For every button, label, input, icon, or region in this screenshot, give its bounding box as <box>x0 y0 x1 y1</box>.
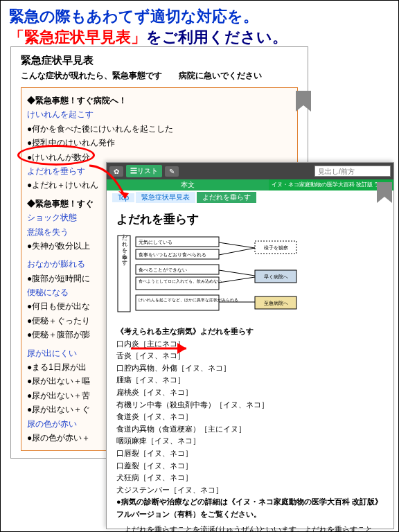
svg-line-9 <box>219 242 255 248</box>
svg-text:元気にしている: 元気にしている <box>139 240 172 245</box>
svg-text:至急病院へ: 至急病院へ <box>264 301 288 305</box>
svg-text:よだれを垂らす: よだれを垂らす <box>121 234 127 266</box>
disease-item: 食道内異物（食道梗塞）［主にイヌ］ <box>116 423 384 436</box>
bg-subtitle: こんな症状が現れたら、緊急事態です 病院に急いでください <box>21 70 298 82</box>
flowchart: よだれを垂らす 元気にしている 食事をいつもどおり食べられる 様子を観察 食べる… <box>107 231 393 326</box>
svg-text:食事をいつもどおり食べられる: 食事をいつもどおり食べられる <box>139 252 206 258</box>
svg-line-17 <box>219 270 255 276</box>
disease-item: 犬狂病［イヌ、ネコ］ <box>116 472 384 484</box>
search-input[interactable] <box>314 166 391 177</box>
foreground-panel: ✿ ☰リスト ✎ 本文 イヌ・ネコ家庭動物の医学大百科 改訂版 ライト Top … <box>106 162 394 529</box>
bg-section-1: ◆緊急事態！すぐ病院へ！ <box>27 94 292 107</box>
disease-item: 咽頭麻痺［イヌ、ネコ］ <box>116 435 384 447</box>
paragraph: よだれを垂らすことを流涎(りゅうぜん)といいます。よだれを垂らすことは、イヌ、ネ… <box>107 521 393 533</box>
disease-item: 犬ジステンパー［イヌ、ネコ］ <box>116 484 384 497</box>
content-header: 本文 イヌ・ネコ家庭動物の医学大百科 改訂版 ライト <box>107 179 393 190</box>
bc-current: よだれを垂らす <box>197 192 256 203</box>
bg-item: ●何かを食べた後にけいれんを起こした <box>27 122 292 136</box>
disease-item: 扁桃炎［イヌ、ネコ］ <box>116 387 384 399</box>
svg-text:食べようとしてロに入れても、飲み込めない: 食べようとしてロに入れても、飲み込めない <box>139 279 222 284</box>
red-arrow <box>84 160 139 215</box>
breadcrumb: Top 緊急症状早見表 よだれを垂らす <box>107 190 393 204</box>
svg-line-18 <box>219 277 255 283</box>
disease-item: 腫瘍［イヌ、ネコ］ <box>116 374 384 387</box>
disease-item: 有機リン中毒（殺虫剤中毒）［イヌ、ネコ］ <box>116 399 384 411</box>
disease-item: 口腔内異物、外傷［イヌ、ネコ］ <box>116 362 384 375</box>
disease-item: 口蓋裂［イヌ、ネコ］ <box>116 460 384 472</box>
disease-item: 食道炎［イヌ、ネコ］ <box>116 411 384 423</box>
bg-link-1[interactable]: けいれんを起こす <box>27 107 292 121</box>
red-arrow-2 <box>127 335 197 362</box>
toolbar: ✿ ☰リスト ✎ <box>107 163 393 179</box>
bg-title: 緊急症状早見表 <box>21 54 298 67</box>
header-source: イヌ・ネコ家庭動物の医学大百科 改訂版 ライト <box>269 179 393 190</box>
headline-2-red: 「緊急症状早見表」 <box>9 28 146 46</box>
article-title: よだれを垂らす <box>107 204 393 231</box>
svg-line-10 <box>219 248 255 255</box>
disease-item: 口唇裂［イヌ、ネコ］ <box>116 447 384 460</box>
svg-text:早く病院へ: 早く病院へ <box>264 274 288 280</box>
pen-icon[interactable]: ✎ <box>165 166 179 177</box>
headline-2-rest: をご利用ください。 <box>146 28 287 46</box>
headline-1: 緊急の際もあわてず適切な対応を。 <box>1 1 398 27</box>
svg-text:食べることができない: 食べることができない <box>139 267 187 273</box>
svg-text:様子を観察: 様子を観察 <box>264 245 288 251</box>
sec-note: ●病気の診断や治療などの詳細は《イヌ・ネコ家庭動物の医学大百科 改訂版》フルバー… <box>116 496 384 520</box>
bc-mid[interactable]: 緊急症状早見表 <box>136 192 195 203</box>
